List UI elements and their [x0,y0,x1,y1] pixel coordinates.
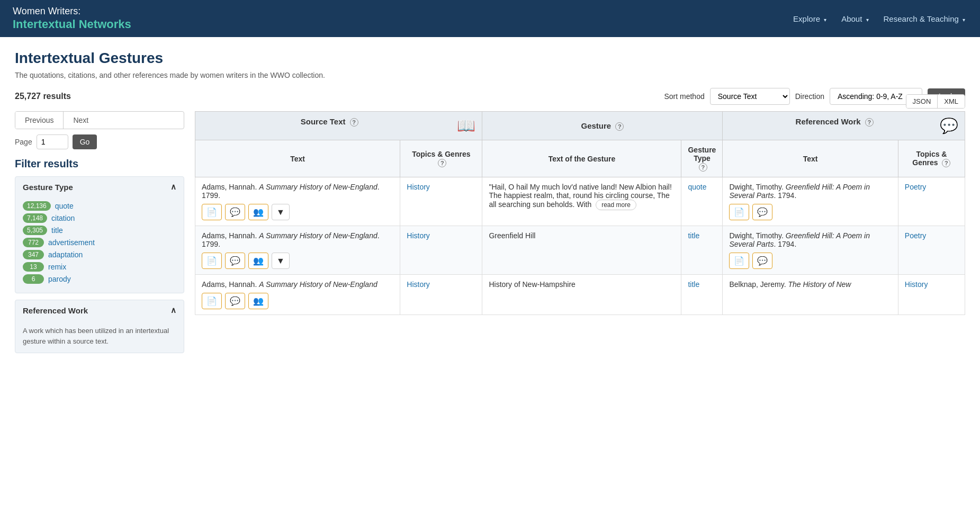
ref-chat-btn-2[interactable]: 💬 [752,253,772,269]
source-author-2: Adams, Hannah. [202,231,259,240]
source-topics-link-1[interactable]: History [407,183,430,191]
quote-filter-link[interactable]: quote [55,202,74,210]
filter-item-remix: 13 remix [23,262,176,272]
gesture-type-header[interactable]: Gesture Type ∧ [15,177,184,197]
page-input-label: Page [15,138,32,146]
ref-topics-link-3[interactable]: History [905,280,928,289]
col-gesture-type: Gesture Type ? [681,140,723,177]
ref-topics-cell-3: History [898,275,965,315]
title-filter-link[interactable]: title [51,226,63,235]
source-topics-link-2[interactable]: History [407,231,430,240]
gesture-text-1: "Hail, O hail My much lov'd native land!… [489,183,671,209]
source-title-1: A Summary History of New-England [259,183,377,191]
ref-topics-link-1[interactable]: Poetry [905,183,926,191]
next-button[interactable]: Next [64,112,98,129]
nav-about[interactable]: About ▾ [839,10,870,28]
source-extra-btn-2[interactable]: ▼ [272,253,290,269]
citation-badge: 7,148 [23,213,47,223]
referenced-work-help-icon[interactable]: ? [865,118,874,127]
previous-button[interactable]: Previous [15,112,64,129]
topics-genres-help-icon[interactable]: ? [438,159,446,167]
ref-title-3: The History of New [788,280,851,289]
ref-author-3: Belknap, Jeremy. [729,280,788,289]
referenced-work-description: A work which has been utilized in an int… [15,320,184,353]
referenced-work-header[interactable]: Referenced Work ∧ [15,300,184,320]
export-buttons: JSON XML [906,94,965,109]
source-author-1: Adams, Hannah. [202,183,259,191]
referenced-work-group-header: Referenced Work ? 💬 [723,112,965,140]
source-topics-cell-2: History [400,226,482,275]
source-title-2: A Summary History of New-England [259,231,377,240]
source-extra-btn-1[interactable]: ▼ [272,204,290,220]
gesture-type-col-help-icon[interactable]: ? [699,163,707,172]
quote-badge: 12,136 [23,201,51,211]
gesture-type-chevron: ∧ [170,182,176,192]
sidebar: Previous Next Page Go Filter results Ges… [15,111,184,362]
filter-item-adaptation: 347 adaptation [23,250,176,259]
remix-filter-link[interactable]: remix [48,263,66,271]
source-doc-btn-1[interactable]: 📄 [202,204,222,220]
source-chat-btn-3[interactable]: 💬 [225,293,245,309]
nav-links: Explore ▾ About ▾ Research & Teaching ▾ [791,10,967,28]
xml-export-button[interactable]: XML [938,95,965,108]
source-people-btn-3[interactable]: 👥 [248,293,268,309]
col-source-text: Text [195,140,400,177]
gesture-group-header: Gesture ? [482,112,723,140]
col-ref-text: Text [723,140,898,177]
source-text-cell-3: Adams, Hannah. A Summary History of New-… [195,275,400,315]
site-brand[interactable]: Women Writers: Intertextual Networks [13,6,131,31]
nav-research-teaching[interactable]: Research & Teaching ▾ [882,10,967,28]
json-export-button[interactable]: JSON [906,95,938,108]
table-group-header-row: Source Text ? 📖 Gesture ? Referenced Wor… [195,112,965,140]
page-description: The quotations, citations, and other ref… [15,71,965,79]
source-topics-cell-1: History [400,177,482,226]
source-doc-btn-3[interactable]: 📄 [202,293,222,309]
source-people-btn-2[interactable]: 👥 [248,253,268,269]
adaptation-filter-link[interactable]: adaptation [48,250,83,259]
source-chat-btn-2[interactable]: 💬 [225,253,245,269]
nav-explore[interactable]: Explore ▾ [791,10,829,28]
gesture-type-filter: Gesture Type ∧ 12,136 quote 7,148 citati… [15,176,184,293]
filter-section: Filter results Gesture Type ∧ 12,136 quo… [15,158,184,353]
explore-dropdown-arrow: ▾ [824,17,826,23]
page-header: Intertextual Gestures The quotations, ci… [15,50,965,79]
source-text-help-icon[interactable]: ? [350,118,358,127]
ref-doc-btn-1[interactable]: 📄 [729,204,749,220]
source-people-btn-1[interactable]: 👥 [248,204,268,220]
sort-method-select[interactable]: Source Text Gesture Type Referenced Work… [710,88,790,105]
col-source-topics: Topics & Genres ? [400,140,482,177]
gesture-type-link-1[interactable]: quote [688,183,706,191]
book-icon: 📖 [457,117,475,134]
ref-action-icons-2: 📄 💬 [729,253,891,269]
filter-item-citation: 7,148 citation [23,213,176,223]
parody-filter-link[interactable]: parody [48,275,71,283]
referenced-work-filter: Referenced Work ∧ A work which has been … [15,300,184,353]
gesture-type-link-2[interactable]: title [688,231,699,240]
layout: Previous Next Page Go Filter results Ges… [15,111,965,362]
source-topics-link-3[interactable]: History [407,280,430,289]
ref-text-cell-2: Dwight, Timothy. Greenfield Hill: A Poem… [723,226,898,275]
citation-filter-link[interactable]: citation [51,214,75,222]
ref-chat-btn-1[interactable]: 💬 [752,204,772,220]
ref-topics-link-2[interactable]: Poetry [905,231,926,240]
read-more-btn-1[interactable]: read more [596,200,636,210]
source-chat-btn-1[interactable]: 💬 [225,204,245,220]
referenced-work-label: Referenced Work [23,306,88,315]
ref-date-1: . 1794. [774,191,796,200]
sort-method-label: Sort method [664,92,704,101]
gesture-help-icon[interactable]: ? [615,122,624,131]
go-button[interactable]: Go [73,134,97,149]
ref-author-1: Dwight, Timothy. [729,183,785,191]
adaptation-badge: 347 [23,250,44,259]
gesture-type-link-3[interactable]: title [688,280,699,289]
page-number-input[interactable] [37,134,68,149]
source-doc-btn-2[interactable]: 📄 [202,253,222,269]
table-body: Adams, Hannah. A Summary History of New-… [195,177,965,315]
filter-title: Filter results [15,158,184,170]
ref-topics-help-icon[interactable]: ? [942,159,950,167]
advertisement-filter-link[interactable]: advertisement [48,238,95,247]
ref-doc-btn-2[interactable]: 📄 [729,253,749,269]
about-dropdown-arrow: ▾ [866,17,869,23]
advertisement-badge: 772 [23,238,44,247]
parody-badge: 6 [23,274,44,284]
